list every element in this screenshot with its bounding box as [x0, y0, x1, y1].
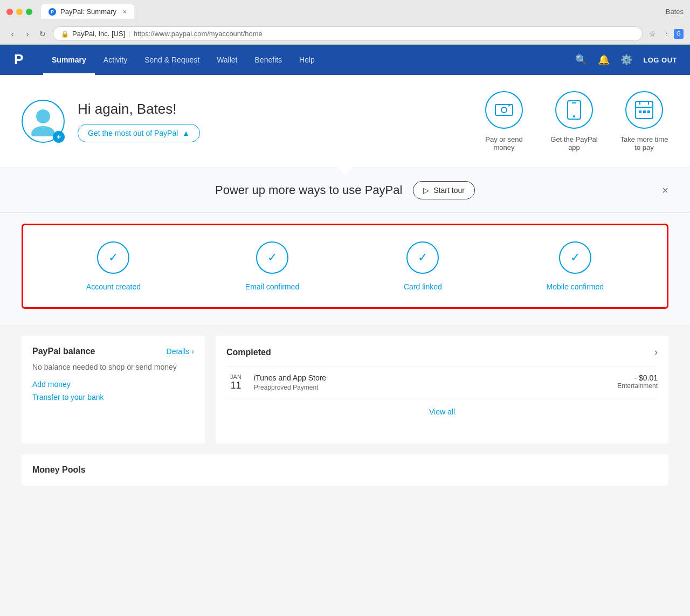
bottom-area: PayPal balance Details › No balance need…: [0, 325, 690, 454]
hero-action-app[interactable]: Get the PayPal app: [550, 91, 598, 151]
paypal-logo[interactable]: P: [13, 51, 30, 68]
bookmark-button[interactable]: ☆: [647, 29, 658, 39]
balance-title: PayPal balance: [32, 347, 95, 356]
activity-day: 11: [226, 380, 245, 391]
forward-button[interactable]: ›: [22, 28, 33, 40]
svg-text:P: P: [14, 51, 23, 67]
progress-step-mobile: ✓ Mobile confirmed: [547, 241, 604, 291]
add-money-link[interactable]: Add money: [32, 380, 194, 389]
view-all-link[interactable]: View all: [429, 407, 455, 416]
money-pools-card: Money Pools: [22, 454, 668, 486]
nav-activity[interactable]: Activity: [95, 45, 136, 75]
get-most-button[interactable]: Get the most out of PayPal ▲: [78, 124, 200, 142]
tab-favicon: P: [49, 8, 56, 16]
nav-summary[interactable]: Summary: [43, 45, 95, 75]
activity-date: JAN 11: [226, 373, 245, 391]
maximize-window-dot[interactable]: [26, 9, 32, 15]
activity-card: Completed › JAN 11 iTunes and App Store …: [216, 336, 668, 444]
progress-step-card: ✓ Card linked: [404, 241, 442, 291]
ext-icon-2[interactable]: G: [674, 29, 684, 39]
start-tour-button[interactable]: ▷ Start tour: [413, 181, 475, 199]
nav-links: Summary Activity Send & Request Wallet B…: [43, 45, 575, 75]
hero-actions: Pay or send money Get the PayPal app: [480, 91, 668, 151]
browser-tab[interactable]: P PayPal: Summary ×: [41, 4, 134, 19]
avatar-container: +: [22, 100, 65, 143]
ssl-icon: 🔒: [61, 30, 69, 38]
money-pools-section: Money Pools: [0, 454, 690, 496]
balance-description: No balance needed to shop or send money: [32, 363, 194, 371]
svg-point-4: [501, 107, 507, 113]
minimize-window-dot[interactable]: [16, 9, 23, 15]
money-pools-title: Money Pools: [32, 465, 86, 474]
hero-left: + Hi again, Bates! Get the most out of P…: [22, 100, 200, 143]
app-label: Get the PayPal app: [550, 135, 598, 151]
balance-card-header: PayPal balance Details ›: [32, 347, 194, 356]
email-label: Email confirmed: [245, 282, 299, 291]
nav-buttons: ‹ › ↻: [6, 28, 49, 40]
transfer-link[interactable]: Transfer to your bank: [32, 393, 194, 402]
url-full: https://www.paypal.com/myaccount/home: [134, 30, 263, 38]
activity-info: iTunes and App Store Preapproved Payment: [254, 373, 609, 391]
activity-merchant: iTunes and App Store: [254, 373, 609, 382]
browser-chrome: P PayPal: Summary × Bates ‹ › ↻ 🔒 PayPal…: [0, 0, 690, 45]
back-button[interactable]: ‹: [6, 28, 18, 40]
activity-month: JAN: [226, 373, 245, 380]
details-link[interactable]: Details ›: [167, 347, 194, 356]
pay-later-icon: [625, 91, 663, 129]
card-label: Card linked: [404, 282, 442, 291]
search-button[interactable]: 🔍: [575, 54, 587, 66]
tab-close-button[interactable]: ×: [123, 8, 127, 16]
account-label: Account created: [86, 282, 141, 291]
hero-section: + Hi again, Bates! Get the most out of P…: [0, 75, 690, 168]
activity-header: Completed ›: [226, 347, 658, 358]
paypal-nav: P Summary Activity Send & Request Wallet…: [0, 45, 690, 75]
chevron-right-icon: ›: [191, 347, 194, 356]
settings-button[interactable]: ⚙️: [620, 54, 632, 66]
address-bar[interactable]: 🔒 PayPal, Inc. [US] | https://www.paypal…: [53, 26, 643, 41]
nav-actions: 🔍 🔔 ⚙️ LOG OUT: [575, 54, 677, 66]
app-icon: [555, 91, 593, 129]
url-company: PayPal, Inc. [US]: [72, 30, 125, 38]
banner-arrow: [337, 168, 353, 175]
avatar-plus-icon[interactable]: +: [53, 131, 65, 143]
nav-wallet[interactable]: Wallet: [208, 45, 246, 75]
nav-send-request[interactable]: Send & Request: [136, 45, 208, 75]
hero-action-pay[interactable]: Pay or send money: [480, 91, 528, 151]
view-all-container: View all: [226, 398, 658, 425]
amount-value: - $0.01: [617, 373, 658, 382]
progress-step-email: ✓ Email confirmed: [245, 241, 299, 291]
activity-title: Completed: [226, 348, 271, 357]
activity-item: JAN 11 iTunes and App Store Preapproved …: [226, 366, 658, 398]
activity-amount: - $0.01 Entertainment: [617, 373, 658, 390]
mobile-label: Mobile confirmed: [547, 282, 604, 291]
mobile-check-icon: ✓: [559, 241, 591, 274]
hero-action-pay-later[interactable]: Take more time to pay: [620, 91, 668, 151]
svg-rect-3: [495, 105, 513, 115]
activity-arrow-icon[interactable]: ›: [654, 347, 658, 358]
notifications-button[interactable]: 🔔: [598, 54, 610, 66]
nav-benefits[interactable]: Benefits: [246, 45, 291, 75]
svg-rect-8: [636, 101, 653, 119]
svg-rect-14: [647, 110, 650, 113]
progress-step-account: ✓ Account created: [86, 241, 141, 291]
svg-point-6: [573, 115, 575, 117]
pay-label: Pay or send money: [480, 135, 528, 151]
nav-help[interactable]: Help: [291, 45, 323, 75]
close-window-dot[interactable]: [6, 9, 13, 15]
url-separator: |: [128, 30, 130, 38]
refresh-button[interactable]: ↻: [37, 28, 49, 40]
close-tour-button[interactable]: ×: [662, 184, 668, 197]
activity-type: Preapproved Payment: [254, 384, 609, 391]
ext-icon-1[interactable]: ⋮: [662, 29, 672, 39]
svg-point-2: [31, 126, 55, 136]
chevron-up-icon: ▲: [182, 129, 190, 137]
logout-button[interactable]: LOG OUT: [643, 56, 677, 64]
play-icon: ▷: [423, 186, 429, 195]
tour-title: Power up more ways to use PayPal: [215, 183, 402, 197]
pay-icon: [485, 91, 523, 129]
tab-title: PayPal: Summary: [60, 8, 116, 16]
progress-section: ✓ Account created ✓ Email confirmed ✓ Ca…: [0, 213, 690, 325]
extension-icons: ⋮ G: [662, 29, 684, 39]
amount-category: Entertainment: [617, 382, 658, 390]
balance-card: PayPal balance Details › No balance need…: [22, 336, 205, 444]
